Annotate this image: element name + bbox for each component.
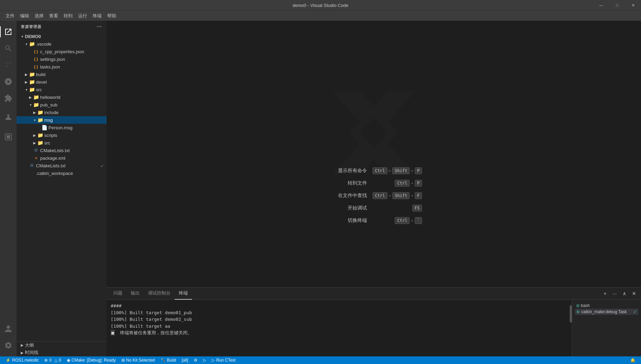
run-ctest-label: Run CTest [216, 358, 236, 363]
bash-terminal-icon: ⊞ [576, 304, 579, 308]
sidebar: 资源管理器 ··· ▾ DEMO0 ▾ 📁 .vscode ▶ { } c_cp… [17, 21, 107, 356]
tree-item-vscode[interactable]: ▾ 📁 .vscode [17, 40, 107, 48]
json-tasks-icon: { } [33, 64, 39, 69]
include-label: include [44, 110, 58, 115]
f5-key: F5 [412, 205, 422, 212]
menu-goto[interactable]: 转到 [61, 11, 75, 20]
errors-item[interactable]: ⊗ 0 △ 0 [42, 356, 64, 364]
tree-item-tasks[interactable]: ▶ { } tasks.json [17, 63, 107, 71]
tree-item-person-msg[interactable]: ▶ 📄 Person.msg [17, 124, 107, 131]
tree-item-pubsub[interactable]: ▾ 📁 pub_sub [17, 101, 107, 109]
settings-icon-status: ⚙ [194, 358, 198, 363]
ctrl-key4: Ctrl [395, 217, 410, 224]
tree-item-msg[interactable]: ▾ 📁 msg [17, 116, 107, 124]
build-item[interactable]: 🔨 Build [158, 356, 179, 364]
src-inner-arrow: ▶ [32, 140, 37, 146]
msg-file-icon: 📄 [42, 125, 47, 130]
tree-item-src-inner[interactable]: ▶ 📁 src [17, 139, 107, 147]
tree-item-package-xml[interactable]: ▶ ≋ package.xml [17, 154, 107, 162]
start-debug-keys: F5 [412, 205, 422, 212]
catkin-task-icon: ⚙ [576, 310, 580, 314]
tab-output[interactable]: 输出 [127, 288, 144, 300]
minimize-button[interactable]: — [593, 0, 609, 10]
tasks-label: tasks.json [40, 64, 60, 69]
cmake-item[interactable]: ◉ CMake: [Debug]: Ready [64, 356, 119, 364]
pubsub-label: pub_sub [40, 102, 57, 108]
accounts-activity-icon[interactable] [0, 320, 17, 337]
start-debug-label: 开始调试 [326, 205, 367, 211]
tree-item-helloworld[interactable]: ▶ 📁 helloworld [17, 93, 107, 101]
ros-status-item[interactable]: ⚡ ROS1.melodic [3, 356, 42, 364]
notification-item[interactable]: 🔔 [628, 356, 638, 364]
terminal-entry-catkin[interactable]: ⚙ catkin_make:debug Task ✓ [575, 309, 638, 315]
build-arrow: ▶ [24, 72, 29, 77]
tree-item-cmake-root[interactable]: ▶ Ⓜ CMakeLists.txt ↙ [17, 162, 107, 169]
tree-item-cmake-pubsub[interactable]: ▶ Ⓜ CMakeLists.txt [17, 147, 107, 154]
source-control-activity-icon[interactable] [0, 57, 17, 73]
vscode-label: .vscode [36, 41, 52, 47]
menu-select[interactable]: 选择 [32, 11, 46, 20]
settings-label: settings.json [40, 57, 65, 62]
tab-problems[interactable]: 问题 [109, 288, 127, 300]
run-debug-activity-icon[interactable] [0, 73, 17, 90]
panel-close-button[interactable]: ✕ [630, 289, 638, 298]
shortcut-toggle-terminal: 切换终端 Ctrl + ` [326, 217, 422, 224]
sidebar-more-button[interactable]: ··· [96, 24, 102, 30]
tab-terminal[interactable]: 终端 [175, 288, 192, 300]
menu-file[interactable]: 文件 [3, 11, 17, 20]
maximize-button[interactable]: □ [609, 0, 625, 10]
pubsub-folder-icon: 📁 [33, 102, 39, 108]
find-in-files-label: 在文件中查找 [326, 193, 367, 199]
tree-item-settings[interactable]: ▶ { } settings.json [17, 55, 107, 63]
kit-label: No Kit Selected [126, 358, 155, 363]
tree-root[interactable]: ▾ DEMO0 [17, 32, 107, 40]
run-ctest-item[interactable]: ▷ Run CTest [209, 356, 238, 364]
settings-activity-icon[interactable] [0, 337, 17, 354]
plus3: + [411, 181, 413, 185]
tree-item-outline[interactable]: ▶ 大纲 [17, 341, 107, 349]
menu-view[interactable]: 查看 [46, 11, 61, 20]
add-terminal-button[interactable]: + [601, 289, 609, 298]
tree-item-build[interactable]: ▶ 📁 build [17, 71, 107, 78]
more-terminals-button[interactable]: ··· [611, 289, 619, 298]
json-settings-icon: { } [33, 56, 39, 62]
panel-maximize-button[interactable]: ∧ [620, 289, 629, 298]
terminal-sidebar: ⊞ bash ⚙ catkin_make:debug Task ✓ [572, 300, 641, 356]
explorer-activity-icon[interactable] [0, 24, 17, 40]
tree-item-catkin[interactable]: ▶ · .catkin_workspace [17, 169, 107, 177]
close-button[interactable]: ✕ [625, 0, 641, 10]
tree-item-src[interactable]: ▾ 📁 src [17, 86, 107, 93]
settings-item[interactable]: ⚙ [191, 356, 200, 364]
terminal-scrollbar[interactable] [569, 300, 572, 356]
menu-edit[interactable]: 编辑 [17, 11, 32, 20]
devel-label: devel [36, 80, 47, 85]
run-item[interactable]: ▷ [200, 356, 209, 364]
tree-item-ccpp[interactable]: ▶ { } c_cpp_properties.json [17, 48, 107, 55]
terminal-main[interactable]: #### [100%] Built target demo01_pub [100… [107, 300, 569, 356]
test-activity-icon[interactable] [0, 109, 17, 126]
terminal-entry-bash[interactable]: ⊞ bash [575, 302, 638, 309]
extensions-activity-icon[interactable] [0, 90, 17, 106]
menu-help[interactable]: 帮助 [104, 11, 119, 20]
toggle-terminal-label: 切换终端 [326, 217, 367, 224]
kit-item[interactable]: ⊞ No Kit Selected [119, 356, 158, 364]
toggle-terminal-keys: Ctrl + ` [395, 217, 422, 224]
tab-debug-console[interactable]: 调试控制台 [144, 288, 175, 300]
editor-panel-col: 显示所有命令 Ctrl + Shift + P 转到文件 Ctrl + P [107, 21, 641, 356]
menu-run[interactable]: 运行 [75, 11, 90, 20]
menu-terminal[interactable]: 终端 [90, 11, 104, 20]
tree-item-devel[interactable]: ▶ 📁 devel [17, 78, 107, 86]
remote-activity-icon[interactable] [0, 129, 17, 145]
devel-arrow: ▶ [24, 79, 29, 85]
folder-icon: 📁 [29, 41, 35, 47]
search-activity-icon[interactable] [0, 40, 17, 57]
xml-icon: ≋ [33, 155, 39, 161]
scripts-folder-icon: 📁 [37, 132, 43, 138]
tree-item-scripts[interactable]: ▶ 📁 scripts [17, 131, 107, 139]
src-label: src [36, 87, 42, 92]
tree-item-timeline[interactable]: ▶ 时间线 [17, 349, 107, 356]
build-target-item[interactable]: [all] [179, 356, 191, 364]
window-controls: — □ ✕ [593, 0, 641, 10]
build-label: build [36, 72, 45, 77]
tree-item-include[interactable]: ▶ 📁 include [17, 109, 107, 116]
